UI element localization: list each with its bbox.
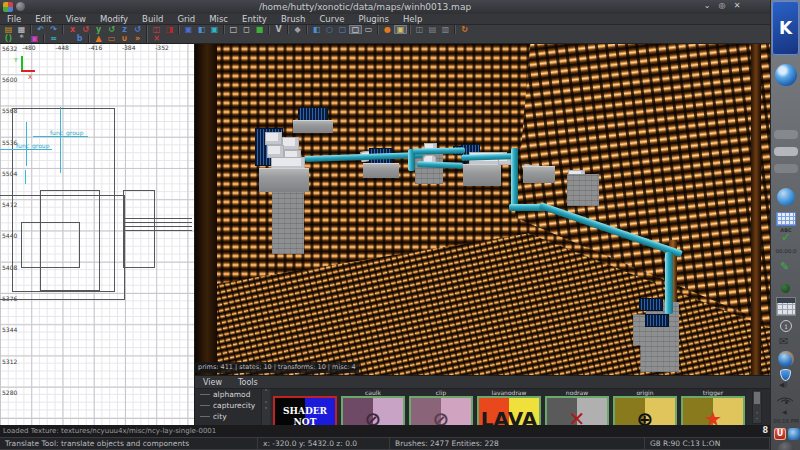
- texture-folder-item[interactable]: alphamod: [195, 389, 261, 400]
- menu-item[interactable]: View: [59, 14, 93, 25]
- cone-tool-button[interactable]: ◆: [291, 25, 304, 34]
- close-button[interactable]: ✕: [732, 1, 742, 11]
- maximize-button[interactable]: ◎: [717, 1, 727, 11]
- x-rotate-button[interactable]: ↺: [79, 25, 92, 34]
- task-button[interactable]: [774, 164, 798, 173]
- tray-sphere-icon[interactable]: [778, 442, 794, 450]
- texture-paint-button[interactable]: ▣: [28, 34, 41, 43]
- wave-tool-button[interactable]: ≈: [47, 34, 60, 43]
- kde-launcher-icon[interactable]: K: [772, 1, 799, 55]
- entity-tool-button[interactable]: *: [15, 34, 28, 43]
- menu-item[interactable]: Curve: [312, 14, 351, 25]
- save-button[interactable]: ▦: [15, 25, 28, 34]
- window-title: /home/hutty/xonotic/data/maps/winh0013.m…: [0, 2, 730, 12]
- menu-item[interactable]: File: [0, 14, 28, 25]
- csg-subtract-button[interactable]: ◫: [150, 25, 163, 34]
- folder-list-scrollbar[interactable]: ˄˄˅: [261, 389, 270, 426]
- speaker-icon[interactable]: ◀): [779, 381, 787, 389]
- browser-icon[interactable]: [777, 188, 795, 206]
- texture-folder-item[interactable]: capturecity: [195, 400, 261, 411]
- hollow-button[interactable]: ▣: [182, 25, 195, 34]
- texture-folder-item[interactable]: city: [195, 411, 261, 422]
- texture-scrollbar[interactable]: ˄ ˅: [752, 390, 762, 424]
- entity-list-button[interactable]: ■: [253, 25, 266, 34]
- view-xy-button[interactable]: ◫: [413, 25, 426, 34]
- menu-item[interactable]: Plugins: [351, 14, 395, 25]
- scale-mode-button[interactable]: ▢: [336, 25, 349, 34]
- view-yz-button[interactable]: ▤: [426, 25, 439, 34]
- keyboard-icon[interactable]: [776, 212, 796, 226]
- texture-tile[interactable]: nodraw ✕: [545, 389, 609, 426]
- update-badge-icon[interactable]: U: [774, 428, 786, 440]
- texture-lock-button[interactable]: ▣: [394, 25, 407, 34]
- menu-item[interactable]: Edit: [28, 14, 58, 25]
- info-icon[interactable]: i: [780, 320, 792, 332]
- mail-icon[interactable]: ✉: [779, 335, 788, 348]
- 2d-xy-view[interactable]: -480-448-416-384-352 5600556855365504547…: [0, 44, 195, 425]
- translate-mode-button[interactable]: ◧: [310, 25, 323, 34]
- z-rotate-button[interactable]: ↺: [131, 25, 144, 34]
- refresh-models-button[interactable]: ↻: [458, 25, 471, 34]
- texture-tile[interactable]: lavanodraw LAVA: [477, 389, 541, 426]
- end-cap-button[interactable]: »: [131, 34, 144, 43]
- resize-mode-button[interactable]: ▭: [362, 25, 375, 34]
- menu-item[interactable]: Build: [135, 14, 170, 25]
- y-rotate-button[interactable]: ↺: [105, 25, 118, 34]
- shield-icon[interactable]: [780, 369, 791, 381]
- texture-tile[interactable]: trigger ★: [681, 389, 745, 426]
- change-views-button[interactable]: □: [227, 25, 240, 34]
- texture-view-button[interactable]: ◻: [240, 25, 253, 34]
- view-xz-button[interactable]: ▥: [439, 25, 452, 34]
- undo-button[interactable]: ↶: [34, 25, 47, 34]
- brush-paint-button[interactable]: ✎: [60, 34, 73, 43]
- tray-badge-icon[interactable]: [788, 428, 800, 440]
- firefox-icon[interactable]: [778, 351, 794, 367]
- chromium-icon[interactable]: [775, 64, 797, 86]
- speaker-small-icon[interactable]: ◀: [782, 408, 787, 415]
- menu-item[interactable]: Help: [396, 14, 429, 25]
- x-flip-button[interactable]: x: [66, 25, 79, 34]
- entity-label: func_group: [50, 129, 83, 136]
- task-button[interactable]: [774, 130, 798, 139]
- bevel-button[interactable]: b: [73, 34, 86, 43]
- vertex-tool-button[interactable]: V: [272, 25, 285, 34]
- selected-entity-line: [33, 136, 88, 137]
- csg-merge-button[interactable]: ◨: [163, 25, 176, 34]
- texture-tile[interactable]: clip ⊘: [409, 389, 473, 426]
- scrollbar-thumb[interactable]: [754, 392, 760, 404]
- rotate-mode-button[interactable]: ○: [323, 25, 336, 34]
- texture-tile[interactable]: caulk ⊘: [341, 389, 405, 426]
- menu-item[interactable]: Modify: [93, 14, 135, 25]
- open-button[interactable]: ▤: [2, 25, 15, 34]
- texture-menu-item[interactable]: Tools: [230, 378, 266, 387]
- texture-tile[interactable]: SHADER NOT: [273, 389, 337, 426]
- cone-patch-button[interactable]: ▲: [92, 34, 105, 43]
- menu-item[interactable]: Misc: [202, 14, 235, 25]
- titlebar[interactable]: /home/hutty/xonotic/data/maps/winh0013.m…: [0, 0, 770, 14]
- menu-item[interactable]: Brush: [274, 14, 313, 25]
- texture-name: lavanodraw: [477, 389, 541, 396]
- pencil-icon[interactable]: ✎: [780, 260, 789, 273]
- menu-item[interactable]: Grid: [170, 14, 202, 25]
- texture-menu-item[interactable]: View: [195, 378, 230, 387]
- redo-button[interactable]: ↷: [47, 25, 60, 34]
- cylinder-patch-button[interactable]: ∪: [118, 34, 131, 43]
- calculator-icon[interactable]: [776, 297, 796, 316]
- select-touching-button[interactable]: ▣: [208, 25, 221, 34]
- texture-tile[interactable]: origin ⊕: [613, 389, 677, 426]
- spellcheck-check-icon[interactable]: ✓: [776, 230, 796, 244]
- cancel-tool-button[interactable]: ×: [150, 34, 163, 43]
- x-ruler-tick: -416: [89, 44, 122, 52]
- wifi-icon[interactable]: [779, 395, 793, 406]
- 3d-camera-view[interactable]: prims: 411 | states: 10 | transforms: 10…: [195, 44, 770, 375]
- clipper-button[interactable]: ◧: [195, 25, 208, 34]
- task-button[interactable]: [774, 147, 798, 156]
- minimize-button[interactable]: ⌄: [702, 1, 712, 11]
- drag-mode-button[interactable]: ▢: [349, 25, 362, 34]
- y-flip-button[interactable]: y: [92, 25, 105, 34]
- curve-patch-button[interactable]: (): [2, 34, 15, 43]
- simple-patch-button[interactable]: ▭: [105, 34, 118, 43]
- z-flip-button[interactable]: z: [118, 25, 131, 34]
- menu-item[interactable]: Entity: [235, 14, 274, 25]
- filter-button[interactable]: ●: [381, 25, 394, 34]
